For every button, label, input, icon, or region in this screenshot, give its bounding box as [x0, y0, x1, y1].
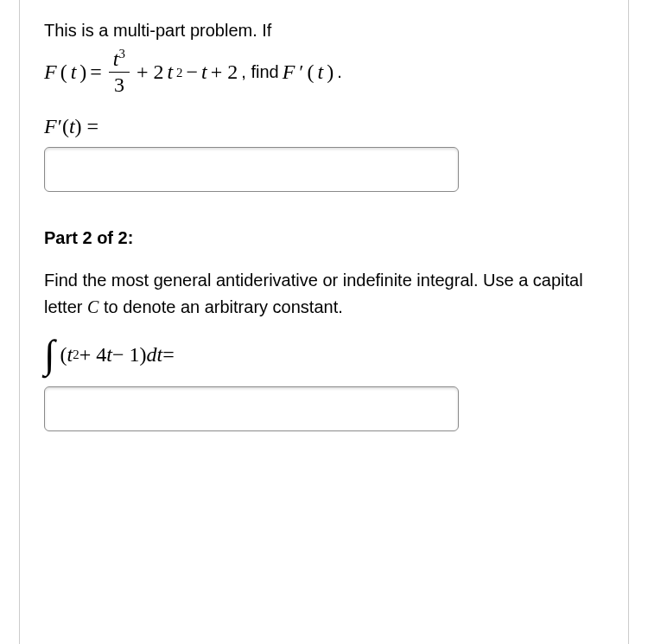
part2-instruction: Find the most general antiderivative or …	[44, 267, 604, 321]
equals: =	[90, 61, 102, 84]
integral-icon: ∫	[44, 335, 55, 374]
lhs-var: t	[71, 61, 77, 84]
part1-answer-label: F′(t) =	[44, 115, 604, 138]
problem-panel: This is a multi-part problem. If F(t) = …	[19, 0, 629, 644]
intro-text: This is a multi-part problem. If	[44, 17, 604, 43]
part2-answer-input[interactable]	[44, 386, 459, 431]
part1-formula: F(t) = t3 3 + 2t2 − t + 2, find F′(t).	[44, 48, 604, 96]
part1-answer-input[interactable]	[44, 147, 459, 192]
constant-C: C	[87, 297, 98, 316]
part2-integral: ∫ (t2 + 4t − 1) dt =	[44, 335, 604, 374]
lhs-fn: F	[44, 61, 57, 84]
fraction: t3 3	[109, 48, 130, 96]
part2-heading: Part 2 of 2:	[44, 228, 604, 248]
